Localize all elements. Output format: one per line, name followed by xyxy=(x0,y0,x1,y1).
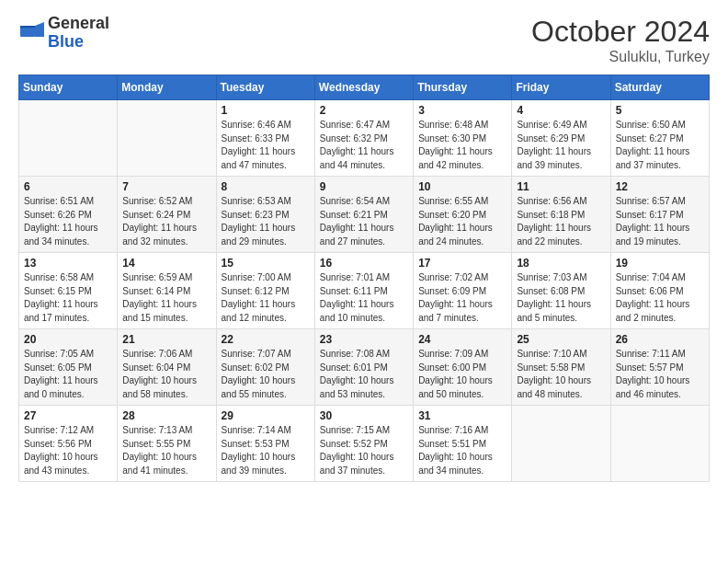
day-info: Sunrise: 6:55 AM Sunset: 6:20 PM Dayligh… xyxy=(418,195,506,248)
day-number: 18 xyxy=(517,257,605,270)
day-info: Sunrise: 7:08 AM Sunset: 6:01 PM Dayligh… xyxy=(320,348,408,401)
calendar-cell: 17Sunrise: 7:02 AM Sunset: 6:09 PM Dayli… xyxy=(414,253,512,329)
calendar-cell: 19Sunrise: 7:04 AM Sunset: 6:06 PM Dayli… xyxy=(610,253,709,329)
calendar-cell: 7Sunrise: 6:52 AM Sunset: 6:24 PM Daylig… xyxy=(118,177,216,253)
day-number: 13 xyxy=(24,257,112,270)
day-info: Sunrise: 7:11 AM Sunset: 5:57 PM Dayligh… xyxy=(616,348,704,401)
day-number: 25 xyxy=(517,333,605,346)
day-info: Sunrise: 7:02 AM Sunset: 6:09 PM Dayligh… xyxy=(418,271,506,325)
weekday-header-thursday: Thursday xyxy=(414,75,512,100)
week-row-3: 13Sunrise: 6:58 AM Sunset: 6:15 PM Dayli… xyxy=(19,253,710,329)
weekday-header-friday: Friday xyxy=(512,75,610,100)
day-number: 30 xyxy=(320,409,408,422)
day-info: Sunrise: 6:49 AM Sunset: 6:29 PM Dayligh… xyxy=(517,119,605,172)
calendar-cell: 30Sunrise: 7:15 AM Sunset: 5:52 PM Dayli… xyxy=(314,406,413,482)
day-info: Sunrise: 7:00 AM Sunset: 6:12 PM Dayligh… xyxy=(222,271,310,325)
day-info: Sunrise: 7:01 AM Sunset: 6:11 PM Dayligh… xyxy=(320,271,408,325)
day-number: 9 xyxy=(320,180,408,193)
calendar-cell: 13Sunrise: 6:58 AM Sunset: 6:15 PM Dayli… xyxy=(19,253,118,329)
day-info: Sunrise: 7:05 AM Sunset: 6:05 PM Dayligh… xyxy=(24,348,112,401)
day-info: Sunrise: 7:06 AM Sunset: 6:04 PM Dayligh… xyxy=(122,348,210,401)
day-info: Sunrise: 7:09 AM Sunset: 6:00 PM Dayligh… xyxy=(418,348,506,401)
day-info: Sunrise: 6:46 AM Sunset: 6:33 PM Dayligh… xyxy=(222,119,310,172)
day-number: 6 xyxy=(24,180,112,193)
calendar-cell: 16Sunrise: 7:01 AM Sunset: 6:11 PM Dayli… xyxy=(314,253,413,329)
day-info: Sunrise: 6:58 AM Sunset: 6:15 PM Dayligh… xyxy=(24,271,112,325)
day-info: Sunrise: 6:52 AM Sunset: 6:24 PM Dayligh… xyxy=(122,195,210,248)
calendar-cell: 9Sunrise: 6:54 AM Sunset: 6:21 PM Daylig… xyxy=(314,177,413,253)
calendar-cell: 25Sunrise: 7:10 AM Sunset: 5:58 PM Dayli… xyxy=(512,329,610,406)
day-info: Sunrise: 7:15 AM Sunset: 5:52 PM Dayligh… xyxy=(320,424,408,477)
calendar-cell: 11Sunrise: 6:56 AM Sunset: 6:18 PM Dayli… xyxy=(512,177,610,253)
day-info: Sunrise: 6:54 AM Sunset: 6:21 PM Dayligh… xyxy=(320,195,408,248)
weekday-header-row: SundayMondayTuesdayWednesdayThursdayFrid… xyxy=(19,75,710,100)
weekday-header-sunday: Sunday xyxy=(19,75,118,100)
day-number: 29 xyxy=(222,409,310,422)
calendar-cell: 18Sunrise: 7:03 AM Sunset: 6:08 PM Dayli… xyxy=(512,253,610,329)
calendar-cell: 23Sunrise: 7:08 AM Sunset: 6:01 PM Dayli… xyxy=(314,329,413,406)
day-number: 3 xyxy=(418,104,506,117)
day-number: 8 xyxy=(222,180,310,193)
day-number: 14 xyxy=(122,257,210,270)
day-number: 12 xyxy=(616,180,704,193)
day-info: Sunrise: 7:07 AM Sunset: 6:02 PM Dayligh… xyxy=(222,348,310,401)
calendar-cell: 31Sunrise: 7:16 AM Sunset: 5:51 PM Dayli… xyxy=(414,406,512,482)
day-number: 24 xyxy=(418,333,506,346)
calendar-cell: 3Sunrise: 6:48 AM Sunset: 6:30 PM Daylig… xyxy=(414,100,512,177)
svg-rect-2 xyxy=(20,26,35,28)
day-number: 19 xyxy=(616,257,704,270)
calendar-cell: 28Sunrise: 7:13 AM Sunset: 5:55 PM Dayli… xyxy=(118,406,216,482)
week-row-2: 6Sunrise: 6:51 AM Sunset: 6:26 PM Daylig… xyxy=(19,177,710,253)
calendar-cell: 21Sunrise: 7:06 AM Sunset: 6:04 PM Dayli… xyxy=(118,329,216,406)
calendar-cell: 22Sunrise: 7:07 AM Sunset: 6:02 PM Dayli… xyxy=(216,329,314,406)
calendar-cell xyxy=(512,406,610,482)
day-number: 2 xyxy=(320,104,408,117)
day-number: 23 xyxy=(320,333,408,346)
logo: General Blue xyxy=(18,15,109,52)
calendar-cell: 15Sunrise: 7:00 AM Sunset: 6:12 PM Dayli… xyxy=(216,253,314,329)
calendar-cell xyxy=(19,100,118,177)
weekday-header-saturday: Saturday xyxy=(610,75,709,100)
day-info: Sunrise: 6:50 AM Sunset: 6:27 PM Dayligh… xyxy=(616,119,704,172)
calendar-cell: 5Sunrise: 6:50 AM Sunset: 6:27 PM Daylig… xyxy=(610,100,709,177)
day-info: Sunrise: 7:16 AM Sunset: 5:51 PM Dayligh… xyxy=(418,424,506,477)
calendar-cell: 6Sunrise: 6:51 AM Sunset: 6:26 PM Daylig… xyxy=(19,177,118,253)
week-row-5: 27Sunrise: 7:12 AM Sunset: 5:56 PM Dayli… xyxy=(19,406,710,482)
week-row-1: 1Sunrise: 6:46 AM Sunset: 6:33 PM Daylig… xyxy=(19,100,710,177)
week-row-4: 20Sunrise: 7:05 AM Sunset: 6:05 PM Dayli… xyxy=(19,329,710,406)
calendar-cell: 20Sunrise: 7:05 AM Sunset: 6:05 PM Dayli… xyxy=(19,329,118,406)
calendar-cell: 14Sunrise: 6:59 AM Sunset: 6:14 PM Dayli… xyxy=(118,253,216,329)
logo-text: General Blue xyxy=(48,15,109,52)
calendar-cell xyxy=(118,100,216,177)
day-number: 5 xyxy=(616,104,704,117)
weekday-header-tuesday: Tuesday xyxy=(216,75,314,100)
calendar-cell: 10Sunrise: 6:55 AM Sunset: 6:20 PM Dayli… xyxy=(414,177,512,253)
calendar-cell: 1Sunrise: 6:46 AM Sunset: 6:33 PM Daylig… xyxy=(216,100,314,177)
calendar-cell: 12Sunrise: 6:57 AM Sunset: 6:17 PM Dayli… xyxy=(610,177,709,253)
calendar-cell: 29Sunrise: 7:14 AM Sunset: 5:53 PM Dayli… xyxy=(216,406,314,482)
day-number: 10 xyxy=(418,180,506,193)
day-info: Sunrise: 7:13 AM Sunset: 5:55 PM Dayligh… xyxy=(122,424,210,477)
day-info: Sunrise: 7:14 AM Sunset: 5:53 PM Dayligh… xyxy=(222,424,310,477)
location-title: Suluklu, Turkey xyxy=(531,49,710,65)
weekday-header-monday: Monday xyxy=(118,75,216,100)
weekday-header-wednesday: Wednesday xyxy=(314,75,413,100)
day-number: 22 xyxy=(222,333,310,346)
day-info: Sunrise: 7:10 AM Sunset: 5:58 PM Dayligh… xyxy=(517,348,605,401)
day-info: Sunrise: 6:48 AM Sunset: 6:30 PM Dayligh… xyxy=(418,119,506,172)
day-number: 28 xyxy=(122,409,210,422)
calendar-cell: 4Sunrise: 6:49 AM Sunset: 6:29 PM Daylig… xyxy=(512,100,610,177)
day-info: Sunrise: 6:53 AM Sunset: 6:23 PM Dayligh… xyxy=(222,195,310,248)
calendar-cell: 2Sunrise: 6:47 AM Sunset: 6:32 PM Daylig… xyxy=(314,100,413,177)
day-info: Sunrise: 7:04 AM Sunset: 6:06 PM Dayligh… xyxy=(616,271,704,325)
month-title: October 2024 xyxy=(531,15,710,49)
calendar-cell: 27Sunrise: 7:12 AM Sunset: 5:56 PM Dayli… xyxy=(19,406,118,482)
day-info: Sunrise: 6:47 AM Sunset: 6:32 PM Dayligh… xyxy=(320,119,408,172)
day-number: 31 xyxy=(418,409,506,422)
svg-marker-1 xyxy=(35,22,44,37)
logo-general: General xyxy=(48,14,109,32)
day-info: Sunrise: 6:56 AM Sunset: 6:18 PM Dayligh… xyxy=(517,195,605,248)
title-block: October 2024 Suluklu, Turkey xyxy=(531,15,710,65)
day-number: 21 xyxy=(122,333,210,346)
day-info: Sunrise: 7:12 AM Sunset: 5:56 PM Dayligh… xyxy=(24,424,112,477)
